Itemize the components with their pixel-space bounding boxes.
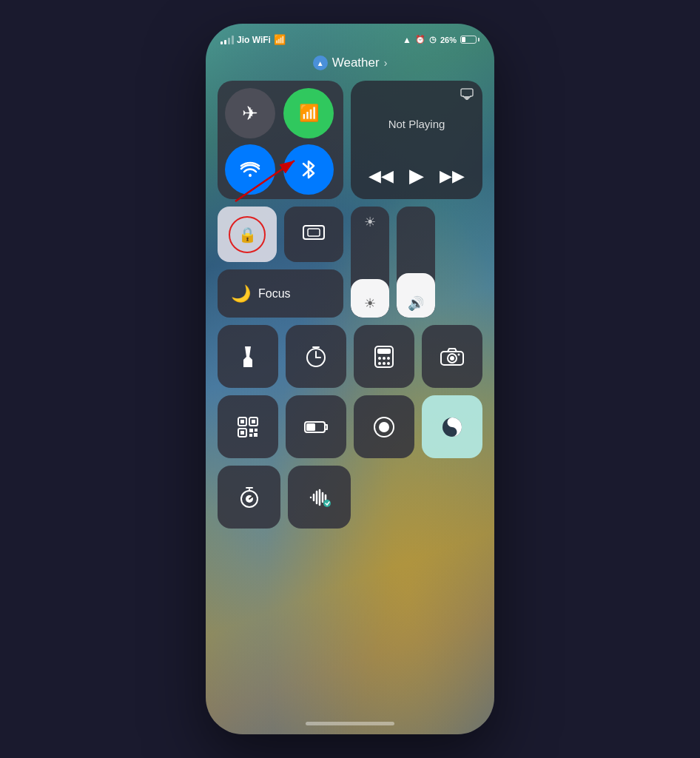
home-indicator (306, 722, 394, 725)
volume-icon: 🔊 (408, 295, 424, 312)
cellular-button[interactable]: 📶 (283, 88, 334, 138)
screen-record-button[interactable] (354, 395, 414, 458)
qr-scanner-button[interactable] (218, 395, 278, 458)
accessibility-icon (441, 416, 463, 438)
svg-point-19 (450, 356, 454, 360)
svg-rect-3 (303, 226, 324, 239)
svg-rect-26 (240, 431, 244, 435)
clock-icon: ◷ (429, 35, 437, 44)
svg-point-2 (249, 174, 252, 177)
focus-label: Focus (258, 287, 291, 301)
flashlight-icon (239, 345, 257, 369)
rotation-lock-icon: 🔒 (229, 216, 266, 253)
timer-icon (305, 346, 327, 368)
stopwatch-button[interactable] (218, 466, 280, 529)
status-right: ▲ ⏰ ◷ 26% (403, 35, 479, 45)
signal-bars (221, 36, 234, 44)
svg-point-13 (387, 357, 390, 360)
accessibility-button[interactable] (422, 395, 482, 458)
rewind-button[interactable]: ◀◀ (368, 167, 394, 186)
screen-mirror-button[interactable] (284, 207, 343, 262)
status-left: Jio WiFi 📶 (221, 34, 286, 45)
battery-fill (462, 37, 465, 42)
location-icon: ▲ (403, 35, 411, 45)
battery-tip (478, 38, 479, 41)
weather-header[interactable]: ▲ Weather › (206, 51, 494, 81)
shortcuts-row-1 (218, 325, 482, 388)
play-button[interactable]: ▶ (409, 164, 424, 187)
svg-rect-28 (255, 429, 258, 432)
svg-point-20 (458, 353, 460, 355)
status-bar: Jio WiFi 📶 ▲ ⏰ ◷ 26% (206, 24, 494, 51)
battery-widget-icon (304, 420, 328, 434)
buttons-col: 🔒 (218, 207, 343, 318)
wifi-status-icon: 📶 (274, 34, 286, 45)
fast-forward-button[interactable]: ▶▶ (440, 167, 465, 186)
weather-chevron-icon: › (384, 57, 388, 69)
sliders-col: ☀ ☀ 🔊 (351, 207, 482, 318)
moon-icon: 🌙 (231, 284, 251, 303)
brightness-slider[interactable]: ☀ ☀ (351, 207, 389, 318)
svg-point-34 (379, 422, 389, 432)
cellular-icon: 📶 (299, 104, 319, 123)
calculator-button[interactable] (354, 325, 414, 388)
airplane-icon: ✈ (242, 102, 258, 125)
timer-button[interactable] (286, 325, 346, 388)
stopwatch-icon (239, 486, 260, 509)
svg-point-16 (387, 362, 390, 365)
media-controls: ◀◀ ▶ ▶▶ (361, 158, 472, 190)
qr-icon (237, 416, 259, 438)
screen-record-icon (373, 416, 395, 438)
wifi-button[interactable] (225, 144, 275, 195)
bluetooth-button[interactable] (283, 144, 334, 195)
focus-button[interactable]: 🌙 Focus (218, 269, 343, 318)
svg-point-49 (323, 500, 331, 507)
shortcuts-row-3 (218, 466, 482, 529)
carrier-name: Jio WiFi (237, 35, 271, 45)
svg-point-37 (450, 429, 454, 434)
svg-rect-22 (240, 420, 244, 423)
second-row: 🔒 (218, 207, 482, 318)
svg-point-15 (383, 362, 386, 365)
media-player: Not Playing ◀◀ ▶ ▶▶ (351, 81, 482, 199)
brightness-icon-bottom: ☀ (364, 295, 376, 312)
screen-rotation-button[interactable]: 🔒 (218, 207, 277, 262)
battery-percent: 26% (440, 36, 457, 44)
volume-slider[interactable]: 🔊 (397, 207, 435, 318)
top-row: ✈ 📶 (218, 81, 482, 199)
brightness-fill: ☀ (351, 279, 389, 318)
svg-rect-4 (308, 229, 320, 236)
volume-fill: 🔊 (397, 273, 435, 318)
sound-recognition-button[interactable] (288, 466, 351, 529)
battery-body (460, 36, 477, 44)
airplane-mode-button[interactable]: ✈ (225, 88, 275, 138)
svg-point-11 (378, 357, 381, 360)
svg-point-12 (383, 357, 386, 360)
weather-location-icon: ▲ (313, 56, 328, 70)
svg-rect-32 (306, 423, 315, 431)
small-buttons-row: 🔒 (218, 207, 343, 262)
phone-frame: Jio WiFi 📶 ▲ ⏰ ◷ 26% ▲ Weather › (206, 24, 494, 734)
camera-button[interactable] (422, 325, 482, 388)
sound-recognition-icon (309, 487, 331, 508)
flashlight-button[interactable] (218, 325, 278, 388)
mirror-icon (302, 223, 326, 246)
svg-point-36 (450, 420, 454, 424)
airplay-icon[interactable] (460, 88, 474, 103)
weather-label: Weather (332, 56, 380, 70)
svg-rect-30 (254, 433, 258, 437)
not-playing-label: Not Playing (361, 90, 472, 158)
screen-content: Jio WiFi 📶 ▲ ⏰ ◷ 26% ▲ Weather › (206, 24, 494, 529)
alarm-icon: ⏰ (415, 35, 425, 44)
svg-rect-24 (252, 420, 255, 423)
svg-rect-10 (377, 349, 391, 354)
battery-widget-button[interactable] (286, 395, 346, 458)
calculator-icon (374, 346, 394, 368)
bluetooth-icon (301, 158, 316, 181)
shortcuts-row-2 (218, 395, 482, 458)
control-center: ✈ 📶 (206, 81, 494, 529)
brightness-icon-top: ☀ (364, 214, 376, 230)
wifi-icon (239, 161, 261, 178)
svg-rect-27 (249, 429, 253, 432)
camera-icon (440, 347, 464, 366)
